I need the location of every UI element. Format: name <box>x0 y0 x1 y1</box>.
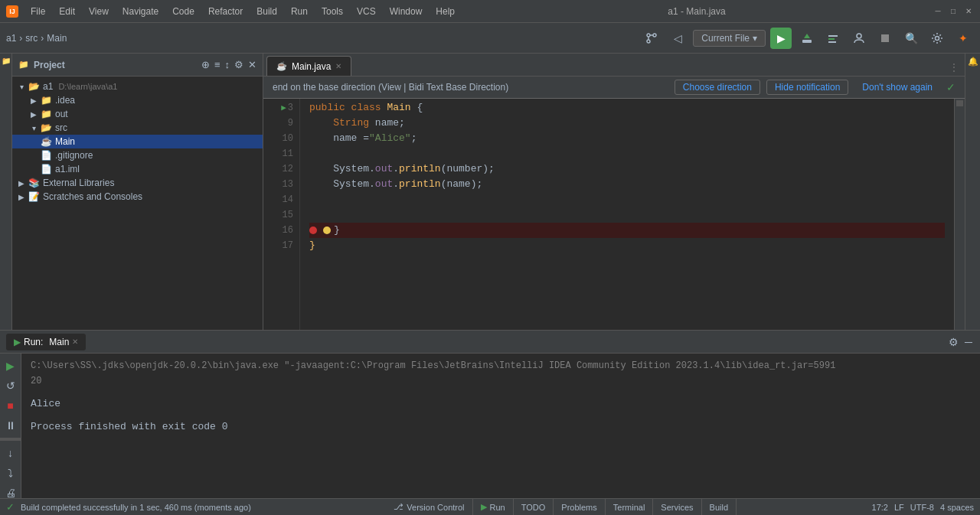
close-panel-icon[interactable]: ✕ <box>248 59 256 70</box>
run-button[interactable]: ▶ <box>770 28 792 49</box>
hide-notification-button[interactable]: Hide notification <box>766 80 848 95</box>
status-tab-run[interactable]: ▶ Run <box>473 499 514 516</box>
breadcrumb-project[interactable]: a1 <box>6 33 16 44</box>
svg-rect-8 <box>828 38 835 40</box>
tree-label-a1: a1 <box>43 81 53 92</box>
code-content[interactable]: public class Main { String name; name = … <box>300 99 954 330</box>
status-tab-build[interactable]: Build <box>702 499 737 516</box>
tree-label-external-libraries: External Libraries <box>43 178 114 188</box>
tab-overflow-button[interactable]: ⋮ <box>946 59 962 76</box>
run-stop-icon[interactable]: ■ <box>5 398 15 413</box>
breadcrumb-src[interactable]: src <box>25 33 38 44</box>
brace-close: } <box>334 223 340 238</box>
svg-rect-7 <box>828 35 838 37</box>
tree-item-out[interactable]: ▶ 📁 out <box>12 107 263 121</box>
panel-settings-icon[interactable]: ⚙ <box>947 334 960 350</box>
tree-item-idea[interactable]: ▶ 📁 .idea <box>12 93 263 107</box>
maximize-button[interactable]: □ <box>948 6 959 17</box>
settings-panel-icon[interactable]: ⚙ <box>234 59 243 70</box>
cursor-position[interactable]: 17:2 <box>872 503 888 512</box>
menu-refactor[interactable]: Refactor <box>202 5 249 18</box>
build-button[interactable] <box>796 28 818 49</box>
menu-help[interactable]: Help <box>430 5 461 18</box>
collapse-all-icon[interactable]: ≡ <box>214 59 220 70</box>
status-tab-terminal[interactable]: Terminal <box>606 499 654 516</box>
window-controls[interactable]: ─ □ ✕ <box>933 6 974 17</box>
soft-wrap-icon[interactable]: ⤵ <box>6 465 15 481</box>
code-indent <box>309 131 333 146</box>
menu-view[interactable]: View <box>83 5 115 18</box>
print-icon[interactable]: 🖨 <box>4 485 18 498</box>
profile-button[interactable] <box>848 28 870 49</box>
status-tab-todo[interactable]: TODO <box>514 499 554 516</box>
title-bar: IJ File Edit View Navigate Code Refactor… <box>0 0 980 23</box>
stop-button[interactable] <box>874 28 896 49</box>
status-tab-services[interactable]: Services <box>653 499 701 516</box>
jetbrains-button[interactable]: ✦ <box>952 28 974 49</box>
vcs-button[interactable] <box>641 28 662 49</box>
menu-code[interactable]: Code <box>166 5 201 18</box>
choose-direction-button[interactable]: Choose direction <box>675 80 760 95</box>
project-icon[interactable]: 📁 <box>2 57 11 65</box>
tree-item-a1[interactable]: ▾ 📂 a1 D:\learn\java\a1 <box>12 80 263 93</box>
encoding[interactable]: UTF-8 <box>910 503 934 512</box>
editor-tab-main[interactable]: ☕ Main.java ✕ <box>266 56 351 76</box>
run-rerun-icon[interactable]: ↺ <box>5 378 17 393</box>
settings-button[interactable] <box>926 28 948 49</box>
navigate-back-button[interactable]: ◁ <box>667 28 688 49</box>
code-editor[interactable]: ▶ 3 9 10 11 12 13 14 15 16 17 public <box>263 99 965 330</box>
services-status-label: Services <box>661 503 693 512</box>
paren-open: (number); <box>441 161 495 177</box>
tab-close-button[interactable]: ✕ <box>335 62 341 70</box>
dont-show-again-button[interactable]: Don't show again <box>854 80 940 94</box>
tree-label-iml: a1.iml <box>55 164 80 174</box>
menu-run[interactable]: Run <box>285 5 314 18</box>
tree-item-scratches[interactable]: ▶ 📝 Scratches and Consoles <box>12 190 263 204</box>
minimize-button[interactable]: ─ <box>933 6 943 17</box>
search-everywhere-button[interactable]: 🔍 <box>900 28 922 49</box>
string-alice: "Alice" <box>369 131 411 146</box>
gutter-run-btn[interactable]: ▶ <box>281 100 286 116</box>
problems-status-label: Problems <box>561 503 596 512</box>
run-tab[interactable]: ▶ Run: Main ✕ <box>6 334 86 350</box>
notifications-icon[interactable]: 🔔 <box>968 57 978 67</box>
breakpoint-indicator[interactable] <box>309 227 317 234</box>
scroll-thumb[interactable] <box>956 100 963 106</box>
tree-item-iml[interactable]: 📄 a1.iml <box>12 162 263 176</box>
notification-bar: end on the base direction (View | Bidi T… <box>263 77 965 99</box>
run-tab-close[interactable]: ✕ <box>72 337 78 346</box>
run-play-icon[interactable]: ▶ <box>5 358 16 373</box>
status-tab-version-control[interactable]: ⎇ Version Control <box>386 499 472 516</box>
menu-window[interactable]: Window <box>384 5 429 18</box>
close-button[interactable]: ✕ <box>963 6 974 17</box>
menu-navigate[interactable]: Navigate <box>116 5 165 18</box>
svg-point-12 <box>936 36 939 40</box>
menu-file[interactable]: File <box>24 5 51 18</box>
field-out: out <box>375 161 393 177</box>
panel-minimize-icon[interactable]: ─ <box>963 334 974 350</box>
line-ending[interactable]: LF <box>894 503 904 512</box>
current-file-selector[interactable]: Current File ▾ <box>693 30 766 47</box>
sort-icon[interactable]: ↕ <box>225 59 230 70</box>
add-to-favorites-icon[interactable]: ⊕ <box>201 59 210 70</box>
folder-icon: 📁 <box>40 95 52 106</box>
breadcrumb-main[interactable]: Main <box>47 33 67 44</box>
menu-tools[interactable]: Tools <box>315 5 349 18</box>
tree-item-main[interactable]: ☕ Main <box>12 135 263 148</box>
status-tab-problems[interactable]: Problems <box>554 499 605 516</box>
right-scrollbar[interactable] <box>954 99 965 330</box>
menu-edit[interactable]: Edit <box>53 5 81 18</box>
tree-item-external-libraries[interactable]: ▶ 📚 External Libraries <box>12 176 263 190</box>
code-indent <box>309 177 333 192</box>
indent-info[interactable]: 4 spaces <box>940 503 974 512</box>
menu-build[interactable]: Build <box>250 5 283 18</box>
tree-item-gitignore[interactable]: 📄 .gitignore <box>12 148 263 162</box>
coverage-button[interactable] <box>822 28 844 49</box>
run-suspend-icon[interactable]: ⏸ <box>4 418 18 433</box>
menu-vcs[interactable]: VCS <box>351 5 382 18</box>
scroll-to-end-icon[interactable]: ↓ <box>6 445 15 461</box>
tree-item-src[interactable]: ▾ 📂 src <box>12 121 263 135</box>
menu-bar[interactable]: File Edit View Navigate Code Refactor Bu… <box>24 5 461 18</box>
scratch-icon: 📝 <box>28 191 40 202</box>
tree-label-src: src <box>55 122 67 133</box>
